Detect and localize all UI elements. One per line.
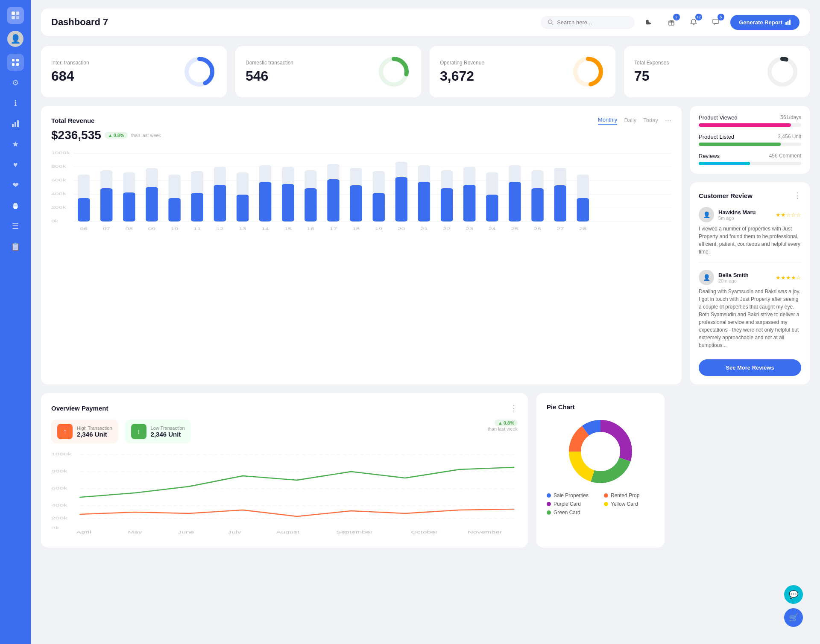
stat-card-3: Total Expenses 75 <box>624 46 810 97</box>
svg-text:200k: 200k <box>51 205 66 210</box>
svg-text:13: 13 <box>239 227 246 231</box>
gift-button[interactable]: 2 <box>664 15 679 30</box>
gift-badge: 2 <box>673 14 680 20</box>
chat-button[interactable]: 5 <box>708 15 723 30</box>
reviewer-avatar-1: 👤 <box>699 270 714 285</box>
low-trans-label: Low Transaction <box>151 425 185 431</box>
bell-button[interactable]: 12 <box>686 15 701 30</box>
svg-rect-61 <box>259 182 271 221</box>
sidebar: 👤 ⚙ ℹ ★ ♥ ❤ ☰ 📋 <box>0 0 31 644</box>
svg-rect-53 <box>168 198 180 221</box>
legend-green-card: Green Card <box>547 510 597 516</box>
high-trans-icon: ↑ <box>57 424 73 439</box>
review-more-icon[interactable]: ⋮ <box>794 191 801 200</box>
stat-value-2: 3,672 <box>440 68 484 84</box>
stat-value-3: 75 <box>634 68 669 84</box>
svg-text:August: August <box>276 530 300 534</box>
svg-rect-22 <box>788 21 789 25</box>
donut-1 <box>377 55 411 89</box>
bell-icon <box>690 19 697 26</box>
donut-3 <box>765 55 800 89</box>
svg-rect-59 <box>237 195 249 221</box>
tab-monthly[interactable]: Monthly <box>598 117 618 125</box>
stat-value-0: 684 <box>51 68 89 84</box>
svg-rect-23 <box>789 20 791 25</box>
change-badge: ▲ 0.8% <box>105 132 128 139</box>
donut-2 <box>571 55 605 89</box>
svg-text:26: 26 <box>534 227 542 231</box>
more-options-icon[interactable]: ··· <box>665 116 671 125</box>
cart-button[interactable]: 🛒 <box>784 608 803 627</box>
svg-text:09: 09 <box>148 227 156 231</box>
svg-rect-1 <box>16 12 19 15</box>
line-chart-svg: 1000k 800k 600k 400k 200k 0k <box>51 450 518 536</box>
search-input[interactable] <box>557 19 625 26</box>
svg-text:1000k: 1000k <box>51 151 70 155</box>
svg-rect-79 <box>463 185 475 221</box>
svg-rect-8 <box>12 124 14 127</box>
svg-rect-3 <box>16 16 19 19</box>
sidebar-item-list[interactable]: 📋 <box>7 238 24 255</box>
svg-text:0k: 0k <box>51 219 59 223</box>
pie-area <box>547 417 654 486</box>
svg-text:20: 20 <box>398 227 405 231</box>
tab-daily[interactable]: Daily <box>624 117 636 124</box>
reviewer-time-0: 5m ago <box>718 216 756 221</box>
sidebar-item-star[interactable]: ★ <box>7 136 24 153</box>
moon-icon <box>646 19 653 26</box>
sidebar-item-dashboard[interactable] <box>7 54 24 71</box>
transaction-badges: ↑ High Transaction 2,346 Unit ↓ Low Tran… <box>51 420 518 443</box>
report-icon <box>785 19 791 25</box>
metric-product-listed: Product Listed 3,456 Unit <box>699 134 801 146</box>
payment-card: Overview Payment ⋮ ↑ High Transaction 2,… <box>41 393 528 548</box>
line-chart-area: 1000k 800k 600k 400k 200k 0k <box>51 450 518 537</box>
sidebar-item-settings[interactable]: ⚙ <box>7 74 24 91</box>
revenue-title: Total Revenue <box>51 117 94 124</box>
legend-yellow-card: Yellow Card <box>604 501 654 507</box>
sidebar-item-chart[interactable] <box>7 115 24 132</box>
see-more-reviews-button[interactable]: See More Reviews <box>699 359 801 376</box>
svg-text:April: April <box>76 530 91 534</box>
reviewer-name-1: Bella Smith <box>718 272 749 278</box>
metrics-card: Product Viewed 561/days Product Listed 3… <box>690 106 810 174</box>
svg-rect-4 <box>12 59 15 61</box>
svg-text:08: 08 <box>126 227 133 231</box>
low-trans-value: 2,346 Unit <box>151 431 185 438</box>
progress-product-viewed <box>699 123 801 127</box>
svg-text:28: 28 <box>579 227 587 231</box>
generate-report-button[interactable]: Generate Report <box>730 15 800 30</box>
svg-rect-55 <box>191 193 203 221</box>
svg-text:24: 24 <box>488 227 496 231</box>
sidebar-item-info[interactable]: ℹ <box>7 95 24 112</box>
svg-text:14: 14 <box>261 227 269 231</box>
tab-today[interactable]: Today <box>643 117 658 124</box>
dark-mode-button[interactable] <box>641 15 657 30</box>
search-box[interactable] <box>541 16 635 29</box>
stats-row: Inter. transaction 684 Domestic transact… <box>41 46 810 97</box>
svg-rect-6 <box>12 63 15 66</box>
bar-chart-svg: 1000k 800k 600k 400k 200k 0k <box>51 149 671 234</box>
low-transaction-badge: ↓ Low Transaction 2,346 Unit <box>125 420 191 443</box>
revenue-chart-header: Total Revenue Monthly Daily Today ··· <box>51 116 671 125</box>
sidebar-item-heart[interactable]: ❤ <box>7 177 24 194</box>
svg-rect-63 <box>282 184 294 221</box>
middle-row: Total Revenue Monthly Daily Today ··· $2… <box>41 106 810 385</box>
svg-rect-13 <box>14 207 17 209</box>
avatar[interactable]: 👤 <box>7 31 23 47</box>
svg-text:22: 22 <box>443 227 451 231</box>
svg-rect-51 <box>146 187 158 221</box>
sidebar-logo[interactable] <box>7 7 24 24</box>
support-button[interactable]: 💬 <box>784 585 803 604</box>
legend-rented-prop: Rented Prop <box>604 492 654 498</box>
sidebar-item-print[interactable] <box>7 197 24 214</box>
svg-text:400k: 400k <box>51 192 66 196</box>
sidebar-item-favorite[interactable]: ♥ <box>7 156 24 173</box>
float-buttons: 💬 🛒 <box>784 585 803 627</box>
payment-more-icon[interactable]: ⋮ <box>510 403 518 413</box>
review-item-1: 👤 Bella Smith 20m ago ★★★★☆ Dealing with… <box>699 270 801 349</box>
svg-text:800k: 800k <box>51 469 67 473</box>
stat-label-0: Inter. transaction <box>51 60 89 66</box>
bottom-row: Overview Payment ⋮ ↑ High Transaction 2,… <box>41 393 810 548</box>
sidebar-item-menu[interactable]: ☰ <box>7 218 24 235</box>
payment-header: Overview Payment ⋮ <box>51 403 518 413</box>
